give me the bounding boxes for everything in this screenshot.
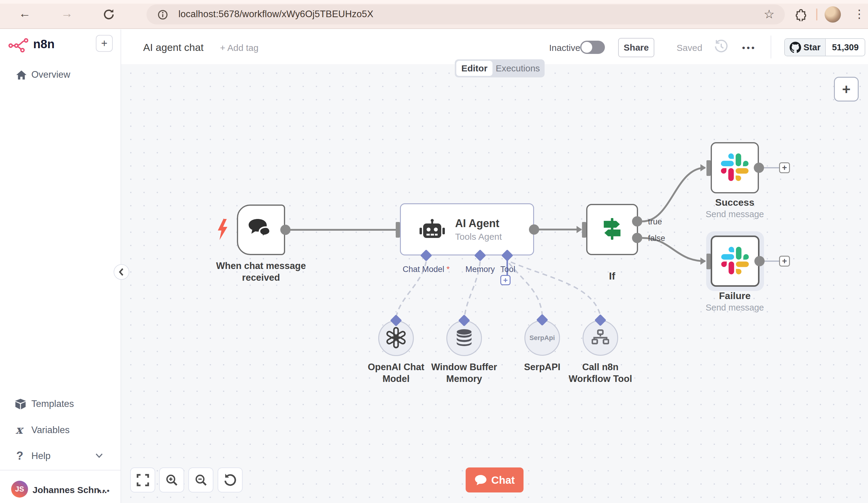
browser-profile-avatar[interactable] bbox=[825, 6, 841, 23]
brand-name[interactable]: n8n bbox=[33, 37, 54, 51]
sidebar-item-label: Variables bbox=[31, 425, 70, 436]
if-signpost-icon bbox=[600, 217, 624, 242]
serpapi-wordmark: SerpApi bbox=[529, 334, 555, 342]
save-status: Saved bbox=[676, 43, 702, 53]
failure-output-port[interactable] bbox=[754, 256, 765, 266]
screen: ← → localhost:5678/workflow/xWy6Oj5TBEUH… bbox=[0, 0, 868, 503]
user-menu-icon[interactable]: ••• bbox=[98, 486, 111, 495]
github-star-widget[interactable]: Star 51,309 bbox=[784, 38, 865, 56]
openai-icon bbox=[384, 326, 407, 350]
failure-input-port[interactable] bbox=[706, 254, 711, 269]
zoom-out-button[interactable] bbox=[188, 468, 214, 492]
sidebar-divider bbox=[0, 470, 121, 471]
browser-menu-icon[interactable]: ⋮ bbox=[854, 6, 865, 22]
user-avatar[interactable]: JS bbox=[11, 481, 28, 497]
node-label: Window Buffer Memory bbox=[426, 361, 502, 385]
templates-box-icon bbox=[14, 398, 27, 411]
if-false-output-port[interactable] bbox=[632, 233, 642, 243]
node-label: If bbox=[597, 270, 627, 282]
bookmark-star-icon[interactable]: ☆ bbox=[764, 7, 775, 21]
add-tool-button[interactable]: + bbox=[500, 275, 510, 285]
agent-input-port[interactable] bbox=[396, 222, 400, 238]
slack-icon bbox=[721, 247, 749, 275]
branch-label-true: true bbox=[648, 217, 662, 227]
sitemap-icon bbox=[592, 329, 609, 347]
tab-editor[interactable]: Editor bbox=[456, 61, 493, 76]
github-star-button[interactable]: Star bbox=[785, 39, 826, 56]
workflow-menu-icon[interactable]: ••• bbox=[742, 43, 756, 53]
zoom-in-button[interactable] bbox=[159, 468, 184, 492]
node-label: When chat message received bbox=[216, 260, 306, 283]
connection-tool-n8nworkflow bbox=[511, 262, 600, 314]
site-info-icon[interactable] bbox=[157, 9, 168, 21]
add-tag-button[interactable]: + Add tag bbox=[220, 43, 259, 53]
sidebar-item-overview[interactable]: Overview bbox=[0, 66, 121, 83]
fit-view-button[interactable] bbox=[130, 468, 155, 492]
workflow-canvas[interactable]: When chat message received AI Agent Tool… bbox=[121, 64, 868, 503]
success-input-port[interactable] bbox=[706, 160, 711, 176]
sidebar-item-help[interactable]: ? Help bbox=[0, 448, 121, 464]
database-icon bbox=[455, 329, 473, 348]
help-question-icon: ? bbox=[16, 449, 23, 462]
header-divider bbox=[771, 35, 771, 59]
activation-status-label: Inactive bbox=[549, 43, 580, 53]
if-true-output-port[interactable] bbox=[632, 216, 642, 227]
branch-label-false: false bbox=[648, 234, 665, 243]
node-title: AI Agent bbox=[455, 217, 502, 230]
new-workflow-button[interactable]: + bbox=[96, 35, 113, 52]
sidebar: n8n + Overview Templates x Variables ? bbox=[0, 30, 121, 503]
user-initials: JS bbox=[15, 485, 24, 493]
trigger-output-port[interactable] bbox=[280, 225, 291, 235]
success-output-port[interactable] bbox=[754, 163, 764, 173]
toggle-knob bbox=[581, 42, 592, 53]
user-name[interactable]: Johannes Schn... bbox=[32, 485, 107, 495]
github-icon bbox=[789, 42, 801, 53]
history-icon[interactable] bbox=[713, 39, 729, 55]
node-failure[interactable] bbox=[711, 235, 760, 287]
variables-x-icon: x bbox=[16, 423, 23, 437]
node-success[interactable] bbox=[711, 142, 759, 193]
github-star-count[interactable]: 51,309 bbox=[826, 39, 865, 56]
chat-button-label: Chat bbox=[491, 474, 515, 486]
node-subtitle: Send message bbox=[699, 209, 771, 219]
node-subtitle: Tools Agent bbox=[455, 232, 502, 242]
trigger-bolt-icon bbox=[217, 219, 228, 241]
robot-icon bbox=[420, 218, 445, 241]
chevron-down-icon bbox=[95, 453, 103, 460]
failure-add-node-button[interactable]: + bbox=[779, 256, 790, 266]
github-star-label: Star bbox=[804, 42, 820, 52]
tab-executions[interactable]: Executions bbox=[493, 61, 543, 76]
sidebar-item-templates[interactable]: Templates bbox=[0, 396, 121, 412]
success-add-node-button[interactable]: + bbox=[779, 163, 790, 173]
node-if[interactable] bbox=[586, 204, 638, 255]
node-serpapi[interactable]: SerpApi bbox=[524, 320, 560, 356]
add-node-button[interactable]: + bbox=[834, 77, 859, 102]
port-label-tool: Tool bbox=[494, 265, 521, 274]
node-when-chat-message-received[interactable] bbox=[237, 205, 285, 255]
url-text[interactable]: localhost:5678/workflow/xWy6Oj5TBEUHzo5X bbox=[178, 9, 373, 20]
view-tabs: Editor Executions bbox=[455, 59, 545, 77]
n8n-logo-icon[interactable] bbox=[8, 38, 30, 54]
chat-button[interactable]: Chat bbox=[466, 468, 524, 492]
reset-zoom-button[interactable] bbox=[218, 468, 242, 492]
toolbar-separator bbox=[816, 8, 817, 20]
browser-toolbar: ← → localhost:5678/workflow/xWy6Oj5TBEUH… bbox=[0, 0, 868, 29]
connection-if-true-success bbox=[642, 168, 705, 221]
sidebar-item-label: Overview bbox=[31, 69, 70, 80]
workflow-title[interactable]: AI agent chat bbox=[143, 42, 204, 53]
arrowhead bbox=[701, 164, 706, 171]
node-ai-agent[interactable]: AI Agent Tools Agent bbox=[400, 203, 534, 255]
port-label-chat-model: Chat Model * bbox=[396, 265, 456, 274]
extensions-puzzle-icon[interactable] bbox=[795, 8, 808, 22]
browser-forward-icon[interactable]: → bbox=[61, 7, 73, 20]
agent-output-port[interactable] bbox=[529, 224, 539, 235]
chat-bubble-icon bbox=[474, 474, 487, 486]
node-label: OpenAI Chat Model bbox=[360, 361, 432, 385]
if-input-port[interactable] bbox=[582, 222, 586, 238]
sidebar-item-variables[interactable]: x Variables bbox=[0, 422, 121, 439]
browser-back-icon[interactable]: ← bbox=[19, 7, 31, 20]
sidebar-collapse-button[interactable] bbox=[114, 264, 129, 280]
activation-toggle[interactable] bbox=[580, 41, 605, 54]
browser-reload-icon[interactable] bbox=[103, 8, 116, 22]
share-button[interactable]: Share bbox=[618, 38, 654, 57]
